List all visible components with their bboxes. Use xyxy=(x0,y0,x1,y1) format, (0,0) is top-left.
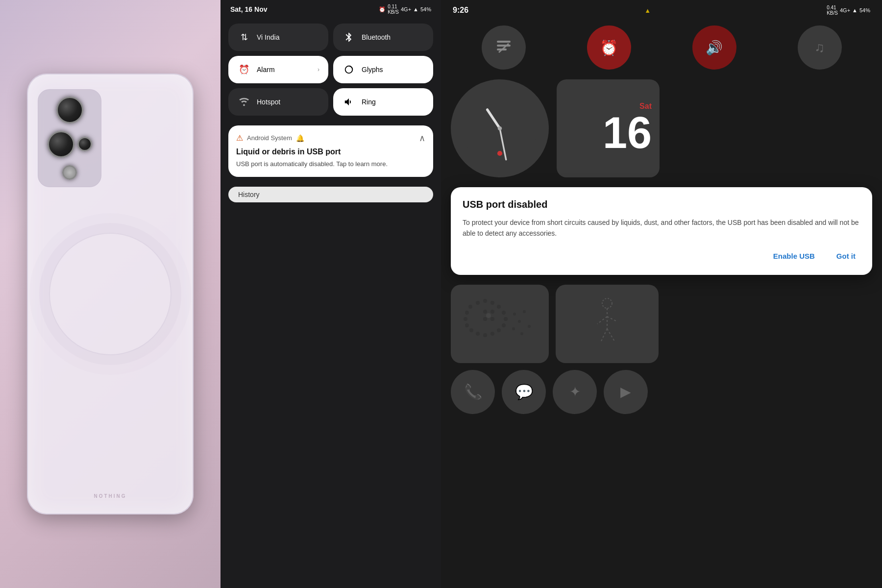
calendar-widget[interactable]: Sat 16 xyxy=(557,79,660,177)
activity-widget[interactable] xyxy=(556,285,659,363)
battery-level: 54% xyxy=(420,6,431,12)
camera-lens-flash xyxy=(62,165,77,180)
tile-hotspot[interactable]: Hotspot xyxy=(228,88,328,116)
spotify-icon-symbol: ♫ xyxy=(814,40,825,55)
status-bar: Sat, 16 Nov ⏰ 0.11KB/S 4G+ ▲ 54% xyxy=(220,0,441,19)
app-icon-spotify[interactable]: ♫ xyxy=(798,25,842,70)
bluetooth-label: Bluetooth xyxy=(362,33,391,41)
glyphs-icon xyxy=(342,63,356,76)
right-panel: 9:26 ▲ 0.41KB/S 4G+ ▲ 54% ⏰ 🔊 ♫ xyxy=(441,0,882,588)
svg-rect-3 xyxy=(497,45,511,47)
enable-usb-button[interactable]: Enable USB xyxy=(768,249,820,263)
got-it-button[interactable]: Got it xyxy=(832,249,860,263)
person-svg xyxy=(588,294,627,353)
ring-icon xyxy=(342,95,356,109)
notification-source: ⚠ Android System 🔔 xyxy=(236,133,304,143)
tile-alarm[interactable]: ⏰ Alarm › xyxy=(228,56,328,83)
status-date: Sat, 16 Nov xyxy=(230,5,267,13)
svg-point-32 xyxy=(513,313,516,316)
notification-card[interactable]: ⚠ Android System 🔔 ∧ Liquid or debris in… xyxy=(228,125,433,177)
left-panel: NOTHING xyxy=(0,0,220,588)
widgets-row: Sat 16 xyxy=(441,74,882,182)
glyphs-label: Glyphs xyxy=(362,66,383,74)
svg-point-13 xyxy=(483,299,487,303)
warning-icon: ⚠ xyxy=(236,133,243,143)
notification-bell-icon: 🔔 xyxy=(296,134,304,142)
right-signal-icon: ▲ xyxy=(852,7,858,13)
quick-tiles: ⇅ Vi India Bluetooth ⏰ Alarm › xyxy=(220,19,441,121)
app-icon-phone[interactable]: 📞 xyxy=(451,370,495,414)
right-battery: 54% xyxy=(859,7,870,13)
svg-point-14 xyxy=(490,301,494,305)
app-icon-glyph[interactable]: ✦ xyxy=(553,370,597,414)
svg-point-34 xyxy=(512,327,515,330)
bottom-app-row: 📞 💬 ✦ ▶ xyxy=(451,370,872,414)
svg-point-16 xyxy=(502,311,506,315)
svg-point-28 xyxy=(490,310,494,314)
svg-point-22 xyxy=(476,332,480,336)
status-icons: ⏰ 0.11KB/S 4G+ ▲ 54% xyxy=(379,4,431,15)
svg-point-17 xyxy=(504,317,508,321)
tile-bluetooth[interactable]: Bluetooth xyxy=(333,24,433,51)
history-button[interactable]: History xyxy=(228,187,433,202)
clock-widget[interactable] xyxy=(451,79,549,177)
right-status-icons: 0.41KB/S 4G+ ▲ 54% xyxy=(827,5,870,16)
right-status-bar: 9:26 ▲ 0.41KB/S 4G+ ▲ 54% xyxy=(441,0,882,21)
svg-point-1 xyxy=(243,104,245,106)
app-icon-messages[interactable]: 💬 xyxy=(502,370,546,414)
svg-point-24 xyxy=(465,323,469,327)
svg-point-30 xyxy=(490,317,494,321)
brand-label: NOTHING xyxy=(94,493,126,499)
svg-point-26 xyxy=(465,311,469,315)
svg-point-10 xyxy=(497,151,502,156)
vi-india-label: Vi India xyxy=(257,33,279,41)
dot-grid-widget[interactable] xyxy=(451,285,549,363)
bottom-icon-rows: 📞 💬 ✦ ▶ xyxy=(441,280,882,419)
tile-ring[interactable]: Ring xyxy=(333,88,433,116)
hotspot-label: Hotspot xyxy=(257,98,280,106)
notification-source-label: Android System xyxy=(247,134,292,142)
svg-point-27 xyxy=(483,310,487,314)
network-speed: 0.11KB/S xyxy=(388,4,399,15)
svg-point-18 xyxy=(502,323,506,327)
svg-point-36 xyxy=(528,325,531,328)
svg-point-12 xyxy=(476,301,480,305)
phone-back: NOTHING xyxy=(27,74,194,514)
messages-icon: 💬 xyxy=(515,383,533,400)
app-icon-youtube[interactable]: ▶ xyxy=(604,370,648,414)
bottom-widget-row xyxy=(451,285,872,363)
usb-dialog-body: To protect your device from short circui… xyxy=(463,217,860,239)
ring-label: Ring xyxy=(362,98,376,106)
right-warning-icon: ▲ xyxy=(644,7,651,14)
svg-point-20 xyxy=(490,332,494,336)
svg-point-25 xyxy=(464,317,467,321)
hotspot-icon xyxy=(237,95,251,109)
clock-face xyxy=(458,87,541,170)
right-time: 9:26 xyxy=(453,6,468,15)
collapse-button[interactable]: ∧ xyxy=(419,134,425,143)
youtube-icon: ▶ xyxy=(620,384,631,400)
svg-point-11 xyxy=(468,305,472,309)
tile-vi-india[interactable]: ⇅ Vi India xyxy=(228,24,328,51)
app-icon-volume[interactable]: 🔊 xyxy=(692,25,736,70)
tile-glyphs[interactable]: Glyphs xyxy=(333,56,433,83)
notification-header: ⚠ Android System 🔔 ∧ xyxy=(236,133,425,143)
svg-point-37 xyxy=(520,332,523,335)
calendar-day-number: 16 xyxy=(603,111,652,155)
usb-dialog-title: USB port disabled xyxy=(463,199,860,210)
alarm-icon-symbol: ⏰ xyxy=(600,39,618,56)
alarm-icon: ⏰ xyxy=(379,6,386,13)
camera-lens-tertiary xyxy=(77,137,92,151)
network-type: 4G+ xyxy=(401,6,411,12)
svg-rect-2 xyxy=(497,41,511,43)
svg-line-41 xyxy=(607,317,617,321)
app-icon-streams[interactable] xyxy=(482,25,526,70)
camera-module xyxy=(38,89,101,187)
vi-india-icon: ⇅ xyxy=(237,30,251,44)
right-network-speed: 0.41KB/S xyxy=(827,5,838,16)
app-icon-alarm[interactable]: ⏰ xyxy=(587,25,631,70)
svg-point-21 xyxy=(483,333,487,337)
right-network-type: 4G+ xyxy=(840,7,850,13)
svg-point-29 xyxy=(483,317,487,321)
signal-icon: ▲ xyxy=(413,6,418,12)
